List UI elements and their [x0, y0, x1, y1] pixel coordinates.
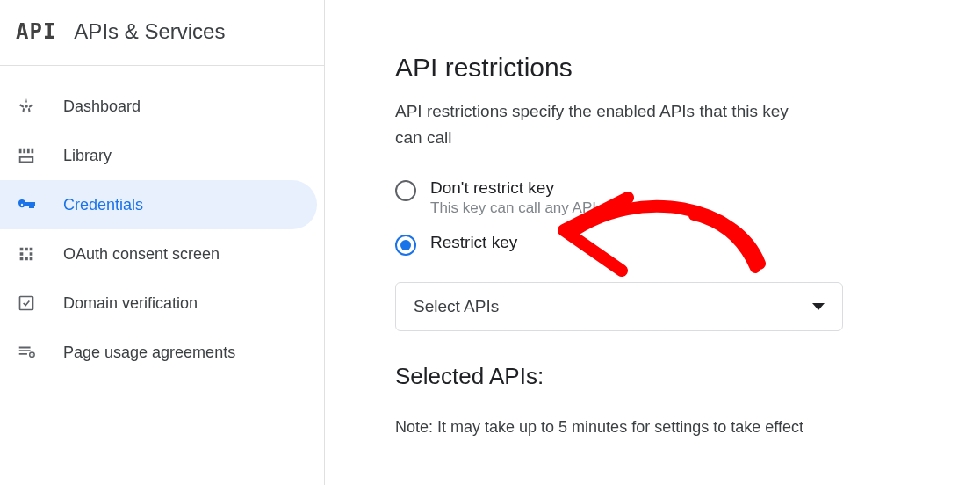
- svg-rect-2: [32, 204, 34, 208]
- consent-icon: [16, 243, 37, 264]
- api-restriction-radio-group: Don't restrict key This key can call any…: [395, 178, 936, 256]
- checkbox-icon: [16, 293, 37, 314]
- key-icon: [16, 194, 37, 215]
- agreements-icon: [16, 342, 37, 363]
- sidebar-item-page-usage-agreements[interactable]: Page usage agreements: [0, 328, 317, 377]
- radio-label: Don't restrict key: [430, 178, 596, 198]
- svg-rect-3: [20, 297, 33, 310]
- selected-apis-title: Selected APIs:: [395, 363, 936, 390]
- section-title: API restrictions: [395, 53, 936, 83]
- radio-icon: [395, 235, 416, 256]
- sidebar-title: APIs & Services: [74, 19, 225, 44]
- section-description: API restrictions specify the enabled API…: [395, 98, 817, 152]
- sidebar-header: API APIs & Services: [0, 9, 324, 66]
- radio-icon: [395, 180, 416, 201]
- settings-delay-note: Note: It may take up to 5 minutes for se…: [395, 415, 834, 440]
- svg-point-0: [20, 203, 24, 206]
- select-label: Select APIs: [414, 297, 499, 316]
- sidebar-item-library[interactable]: Library: [0, 131, 317, 180]
- select-apis-dropdown[interactable]: Select APIs: [395, 282, 843, 331]
- sidebar-item-label: Page usage agreements: [63, 344, 235, 362]
- sidebar-item-label: Dashboard: [63, 98, 141, 116]
- sidebar-item-dashboard[interactable]: Dashboard: [0, 82, 317, 131]
- main-content: API restrictions API restrictions specif…: [325, 0, 980, 485]
- sidebar-item-label: Domain verification: [63, 294, 198, 313]
- sidebar-item-label: OAuth consent screen: [63, 245, 220, 264]
- radio-dont-restrict[interactable]: Don't restrict key This key can call any…: [395, 178, 936, 217]
- chevron-down-icon: [812, 303, 825, 310]
- sidebar-item-domain-verification[interactable]: Domain verification: [0, 279, 317, 328]
- sidebar: API APIs & Services Dashboard Library: [0, 0, 325, 485]
- api-logo-icon: API: [16, 19, 56, 44]
- sidebar-item-label: Library: [63, 147, 112, 165]
- sidebar-item-oauth-consent[interactable]: OAuth consent screen: [0, 229, 317, 279]
- sidebar-item-label: Credentials: [63, 196, 143, 214]
- radio-sublabel: This key can call any API: [430, 199, 596, 217]
- sidebar-nav: Dashboard Library Credentials OAuth cons…: [0, 66, 324, 377]
- radio-restrict-key[interactable]: Restrict key: [395, 233, 936, 256]
- sidebar-item-credentials[interactable]: Credentials: [0, 180, 317, 229]
- library-icon: [16, 145, 37, 166]
- dashboard-icon: [16, 96, 37, 117]
- radio-label: Restrict key: [430, 233, 517, 252]
